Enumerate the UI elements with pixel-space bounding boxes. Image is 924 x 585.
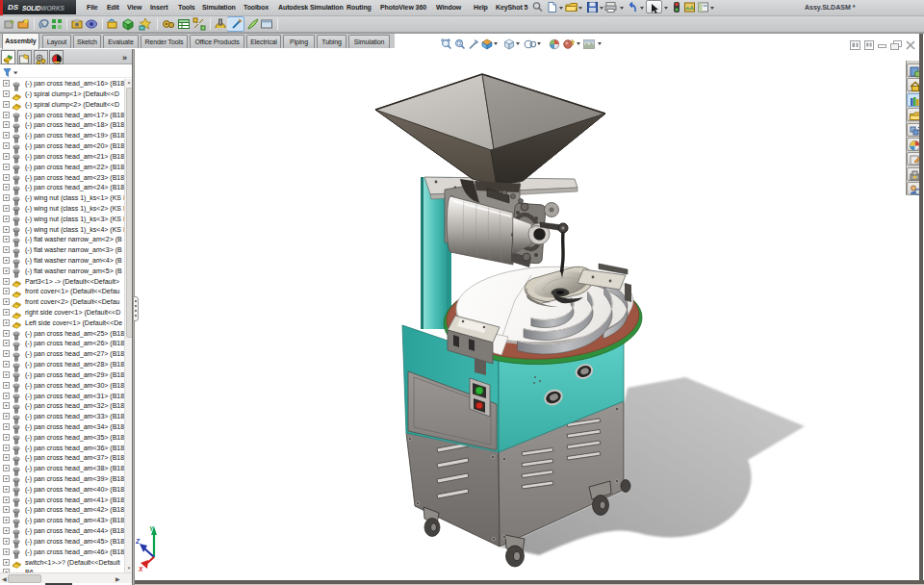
- svg-text:X: X: [138, 566, 143, 572]
- svg-text:Z: Z: [136, 538, 141, 545]
- svg-text:Y: Y: [149, 525, 154, 532]
